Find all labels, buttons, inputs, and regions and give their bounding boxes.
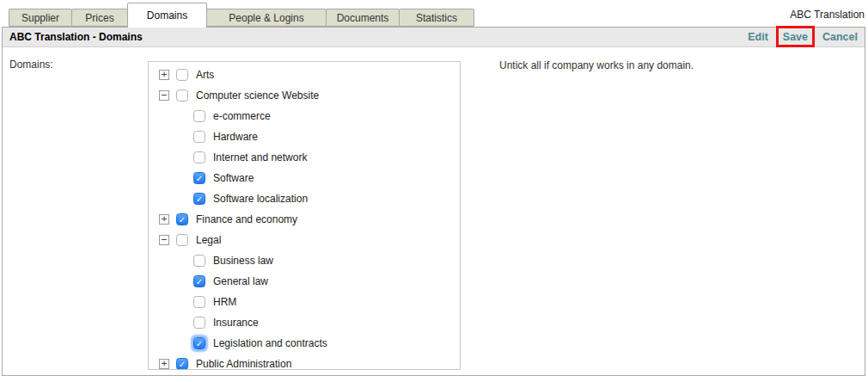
checkbox-legal[interactable] (176, 234, 188, 246)
tree-row-legal: −Legal (159, 230, 460, 250)
tree-item-label[interactable]: e-commerce (213, 110, 271, 122)
checkbox-software[interactable]: ✓ (193, 172, 205, 184)
section-header-bar: ABC Translation - Domains EditSaveCancel (3, 28, 865, 47)
tree-item-label[interactable]: Software localization (213, 193, 308, 205)
domains-tree: +Arts−Computer science Websitee-commerce… (148, 61, 461, 370)
collapse-minus-icon[interactable]: − (159, 90, 169, 101)
tree-item-label[interactable]: General law (213, 275, 268, 287)
checkbox-arts[interactable] (176, 69, 188, 81)
checkbox-hrm[interactable] (193, 296, 205, 308)
main-panel: ABC Translation - Domains EditSaveCancel… (2, 27, 865, 376)
checkbox-computer-science-website[interactable] (176, 89, 188, 102)
tab-documents[interactable]: Documents (326, 9, 400, 27)
tree-row-legislation-and-contracts: ✓Legislation and contracts (159, 333, 460, 354)
checkbox-software-localization[interactable]: ✓ (193, 193, 205, 205)
supplier-domains-page: { "page": { "top_right_label": "ABC Tran… (0, 0, 868, 382)
expand-plus-icon[interactable]: + (159, 359, 169, 369)
tab-domains[interactable]: Domains (127, 3, 207, 28)
tree-row-finance-and-economy: +✓Finance and economy (159, 209, 460, 230)
tree-row-software: ✓Software (159, 168, 460, 188)
hint-text: Untick all if company works in any domai… (499, 59, 694, 71)
tree-row-hrm: HRM (159, 292, 460, 312)
action-links: EditSaveCancel (748, 31, 858, 43)
tree-item-label[interactable]: Finance and economy (196, 213, 297, 225)
tab-supplier[interactable]: Supplier (9, 9, 72, 27)
tree-row-computer-science-website: −Computer science Website (159, 85, 460, 106)
checkbox-general-law[interactable]: ✓ (193, 275, 205, 287)
tab-bar: SupplierPricesDomainsPeople & LoginsDocu… (9, 0, 474, 27)
domains-field-label: Domains: (9, 59, 53, 71)
tree-item-label[interactable]: Insurance (213, 317, 259, 329)
tree-item-label[interactable]: Internet and network (213, 151, 307, 163)
tree-item-label[interactable]: Arts (196, 69, 214, 81)
expand-plus-icon[interactable]: + (159, 70, 169, 80)
checkbox-internet-and-network[interactable] (193, 151, 205, 163)
tree-item-label[interactable]: Hardware (213, 131, 258, 143)
tree-item-label[interactable]: Legal (196, 234, 221, 246)
save-button[interactable]: Save (783, 31, 808, 43)
page-title: ABC Translation - Domains (9, 31, 143, 43)
tree-row-arts: +Arts (159, 65, 460, 85)
expand-plus-icon[interactable]: + (159, 214, 169, 225)
checkbox-finance-and-economy[interactable]: ✓ (176, 213, 188, 225)
tree-row-insurance: Insurance (159, 312, 460, 333)
tree-item-label[interactable]: Business law (213, 255, 273, 267)
checkbox-business-law[interactable] (193, 255, 205, 267)
tree-item-label[interactable]: HRM (213, 296, 236, 308)
tab-prices[interactable]: Prices (71, 9, 128, 27)
tree-item-label[interactable]: Public Administration (196, 358, 291, 370)
tree-row-internet-and-network: Internet and network (159, 147, 460, 168)
cancel-button[interactable]: Cancel (822, 31, 858, 43)
collapse-minus-icon[interactable]: − (159, 235, 169, 245)
tree-row-e-commerce: e-commerce (159, 106, 460, 126)
tree-item-label[interactable]: Computer science Website (196, 89, 319, 102)
tree-row-software-localization: ✓Software localization (159, 188, 460, 209)
tree-row-general-law: ✓General law (159, 271, 460, 292)
checkbox-hardware[interactable] (193, 131, 205, 143)
tree-row-public-administration: +✓Public Administration (159, 354, 460, 370)
tree-item-label[interactable]: Software (213, 172, 254, 184)
tree-row-hardware: Hardware (159, 126, 460, 147)
tab-statistics[interactable]: Statistics (399, 9, 474, 27)
record-title: ABC Translation (790, 9, 865, 21)
tree-row-business-law: Business law (159, 250, 460, 271)
tab-people-logins[interactable]: People & Logins (206, 9, 327, 27)
edit-button[interactable]: Edit (748, 31, 768, 43)
tree-item-label[interactable]: Legislation and contracts (213, 337, 327, 349)
checkbox-e-commerce[interactable] (193, 110, 205, 122)
checkbox-legislation-and-contracts[interactable]: ✓ (193, 337, 205, 349)
checkbox-insurance[interactable] (193, 317, 205, 329)
checkbox-public-administration[interactable]: ✓ (176, 358, 188, 370)
